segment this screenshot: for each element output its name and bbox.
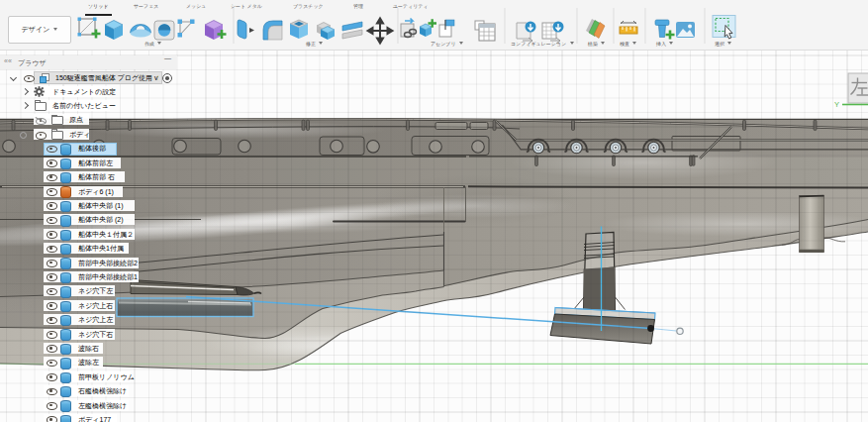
svg-text:Y: Y: [834, 100, 839, 109]
